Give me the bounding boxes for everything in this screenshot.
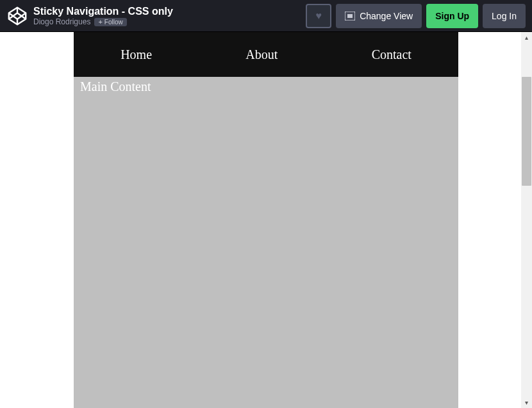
signup-button[interactable]: Sign Up bbox=[426, 4, 478, 28]
follow-label: Follow bbox=[104, 19, 123, 26]
codepen-logo[interactable] bbox=[6, 5, 28, 27]
scrollbar-down-icon[interactable]: ▾ bbox=[521, 397, 532, 408]
codepen-topbar: Sticky Navigation - CSS only Diogo Rodri… bbox=[0, 0, 532, 32]
heart-icon: ♥ bbox=[315, 10, 322, 22]
pen-author[interactable]: Diogo Rodrigues bbox=[33, 17, 90, 26]
scrollbar-up-icon[interactable]: ▴ bbox=[521, 32, 532, 43]
change-view-label: Change View bbox=[360, 11, 413, 21]
main-content-heading: Main Content bbox=[80, 79, 452, 94]
pen-info: Sticky Navigation - CSS only Diogo Rodri… bbox=[33, 5, 301, 27]
nav-link-home[interactable]: Home bbox=[121, 47, 152, 62]
sticky-nav: Home About Contact bbox=[74, 32, 458, 77]
nav-link-contact[interactable]: Contact bbox=[372, 47, 411, 62]
pen-title: Sticky Navigation - CSS only bbox=[33, 5, 301, 17]
scrollbar-thumb[interactable] bbox=[522, 77, 531, 186]
svg-rect-1 bbox=[347, 14, 353, 18]
love-button[interactable]: ♥ bbox=[306, 4, 331, 28]
nav-link-about[interactable]: About bbox=[245, 47, 278, 62]
result-viewport: Home About Contact Main Content bbox=[0, 32, 532, 408]
view-icon bbox=[345, 12, 355, 20]
signup-label: Sign Up bbox=[435, 11, 469, 21]
change-view-button[interactable]: Change View bbox=[336, 4, 422, 28]
topbar-actions: ♥ Change View Sign Up Log In bbox=[306, 4, 526, 28]
main-content: Main Content bbox=[74, 77, 458, 97]
follow-button[interactable]: + Follow bbox=[94, 18, 126, 26]
pen-author-row: Diogo Rodrigues + Follow bbox=[33, 17, 301, 26]
login-button[interactable]: Log In bbox=[483, 4, 526, 28]
plus-icon: + bbox=[98, 19, 102, 26]
page-wrapper: Home About Contact Main Content bbox=[74, 32, 458, 408]
codepen-logo-icon bbox=[8, 6, 27, 26]
vertical-scrollbar[interactable]: ▴ ▾ bbox=[521, 32, 532, 408]
login-label: Log In bbox=[492, 11, 517, 21]
